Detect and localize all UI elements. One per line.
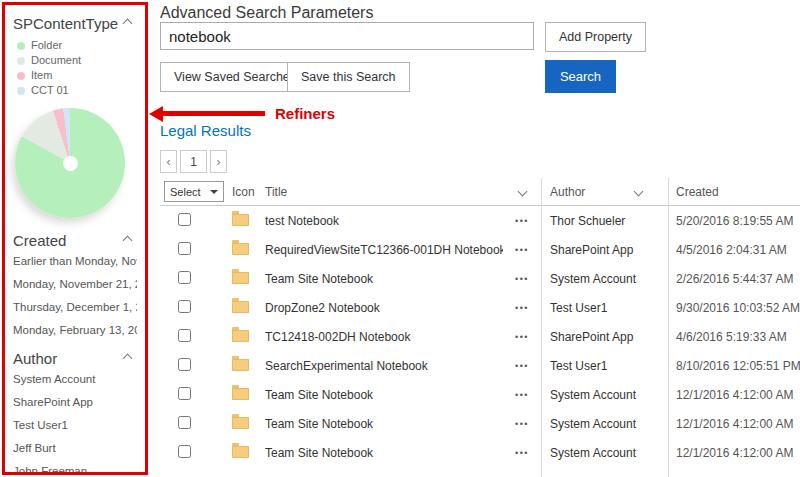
row-more-cell: ••• <box>503 303 541 313</box>
app: SPContentType Folder Document <box>0 0 800 477</box>
row-title[interactable]: DropZone2 Notebook <box>263 301 503 315</box>
row-checkbox[interactable] <box>178 271 191 284</box>
row-checkbox[interactable] <box>178 387 191 400</box>
row-checkbox[interactable] <box>178 300 191 313</box>
author-header-label: Author <box>550 185 585 199</box>
row-icon-cell <box>230 328 263 345</box>
save-this-search-button[interactable]: Save this Search <box>287 62 410 92</box>
row-created: 12/1/2016 4:12:00 AM <box>668 446 800 460</box>
folder-icon <box>232 388 249 400</box>
row-created: 12/1/2016 4:12:00 AM <box>668 417 800 431</box>
row-title[interactable]: RequiredViewSiteTC12366-001DH Notebook <box>263 243 503 257</box>
table-row[interactable]: Team Site Notebook ••• System Account 12… <box>160 380 800 409</box>
row-title[interactable]: Team Site Notebook <box>263 417 503 431</box>
refiner-value[interactable]: Jeff Burt <box>13 442 137 454</box>
refiner-section-created-header[interactable]: Created <box>13 232 137 249</box>
row-select-cell <box>160 271 230 287</box>
row-select-cell <box>160 300 230 316</box>
chevron-down-icon <box>517 187 527 197</box>
row-checkbox[interactable] <box>178 358 191 371</box>
legal-results-link[interactable]: Legal Results <box>160 122 251 139</box>
table-header-row: Select Icon Title Author Created <box>160 178 800 206</box>
more-options-button[interactable]: ••• <box>515 303 529 313</box>
row-checkbox[interactable] <box>178 416 191 429</box>
refiner-value[interactable]: Test User1 <box>13 419 137 431</box>
refiner-value[interactable]: Earlier than Monday, Nove... <box>13 255 137 267</box>
more-options-button[interactable]: ••• <box>515 245 529 255</box>
table-row[interactable]: Team Site Notebook ••• System Account 2/… <box>160 264 800 293</box>
next-page-button[interactable]: › <box>210 150 227 173</box>
row-checkbox[interactable] <box>178 329 191 342</box>
table-row[interactable]: DropZone2 Notebook ••• Test User1 9/30/2… <box>160 293 800 322</box>
folder-icon <box>232 214 249 226</box>
search-button[interactable]: Search <box>545 60 616 93</box>
refiner-section-author-header[interactable]: Author <box>13 350 137 367</box>
refiners-annotation: Refiners <box>149 105 335 122</box>
refiner-value[interactable]: Monday, November 21, 20... <box>13 278 137 290</box>
table-row[interactable]: RequiredViewSiteTC12366-001DH Notebook •… <box>160 235 800 264</box>
header-select: Select <box>160 181 230 202</box>
row-created: 9/30/2016 10:03:52 AM <box>668 301 800 315</box>
legend-label: Document <box>31 53 81 68</box>
more-options-button[interactable]: ••• <box>515 390 529 400</box>
refiner-value[interactable]: SharePoint App <box>13 396 137 408</box>
folder-icon <box>232 301 249 313</box>
legend-dot-icon <box>17 72 25 80</box>
more-options-button[interactable]: ••• <box>515 448 529 458</box>
row-created: 4/5/2016 2:04:31 AM <box>668 243 800 257</box>
row-more-cell: ••• <box>503 274 541 284</box>
content-type-pie[interactable] <box>15 108 125 218</box>
row-title[interactable]: Team Site Notebook <box>263 272 503 286</box>
row-author: System Account <box>541 388 668 402</box>
row-select-cell <box>160 387 230 403</box>
legend-dot-icon <box>17 87 25 95</box>
table-row[interactable]: TC12418-002DH Notebook ••• SharePoint Ap… <box>160 322 800 351</box>
row-title[interactable]: SearchExperimental Notebook <box>263 359 503 373</box>
row-checkbox[interactable] <box>178 445 191 458</box>
column-header-title[interactable]: Title <box>263 185 503 199</box>
refiner-value[interactable]: Monday, February 13, 2017 <box>13 324 137 336</box>
more-options-button[interactable]: ••• <box>515 419 529 429</box>
refiner-value[interactable]: John Freeman <box>13 465 137 472</box>
refiner-section-contenttype-header[interactable]: SPContentType <box>13 15 137 32</box>
legend-label: Item <box>31 68 52 83</box>
table-row[interactable]: SearchExperimental Notebook ••• Test Use… <box>160 351 800 380</box>
search-input[interactable] <box>160 22 534 50</box>
table-row[interactable]: Team Site Notebook ••• System Account 12… <box>160 409 800 438</box>
current-page[interactable]: 1 <box>180 150 207 173</box>
row-title[interactable]: Team Site Notebook <box>263 446 503 460</box>
row-more-cell: ••• <box>503 332 541 342</box>
row-checkbox[interactable] <box>178 213 191 226</box>
legend-item[interactable]: Document <box>17 53 137 68</box>
refiner-value[interactable]: System Account <box>13 373 137 385</box>
more-options-button[interactable]: ••• <box>515 361 529 371</box>
legend-item[interactable]: Item <box>17 68 137 83</box>
table-row[interactable]: Team Site Notebook ••• System Account 12… <box>160 438 800 467</box>
legend-item[interactable]: Folder <box>17 38 137 53</box>
row-select-cell <box>160 213 230 229</box>
row-icon-cell <box>230 270 263 287</box>
dropdown-arrow-icon <box>210 190 218 194</box>
select-dropdown[interactable]: Select <box>164 181 224 202</box>
title-column-menu[interactable] <box>503 188 541 195</box>
refiner-section-title: SPContentType <box>13 15 118 32</box>
row-created: 4/6/2016 5:19:33 AM <box>668 330 800 344</box>
legend-item[interactable]: CCT 01 <box>17 83 137 98</box>
column-header-created: Created <box>668 185 800 199</box>
table-row[interactable]: test Notebook ••• Thor Schueler 5/20/201… <box>160 206 800 235</box>
row-title[interactable]: Team Site Notebook <box>263 388 503 402</box>
row-created: 12/1/2016 4:12:00 AM <box>668 388 800 402</box>
column-header-author[interactable]: Author <box>541 185 668 199</box>
more-options-button[interactable]: ••• <box>515 274 529 284</box>
prev-page-button[interactable]: ‹ <box>160 150 177 173</box>
more-options-button[interactable]: ••• <box>515 216 529 226</box>
row-title[interactable]: test Notebook <box>263 214 503 228</box>
add-property-button[interactable]: Add Property <box>545 22 646 52</box>
legend-dot-icon <box>17 57 25 65</box>
folder-icon <box>232 330 249 342</box>
row-icon-cell <box>230 415 263 432</box>
row-checkbox[interactable] <box>178 242 191 255</box>
more-options-button[interactable]: ••• <box>515 332 529 342</box>
row-title[interactable]: TC12418-002DH Notebook <box>263 330 503 344</box>
refiner-value[interactable]: Thursday, December 1, 20... <box>13 301 137 313</box>
